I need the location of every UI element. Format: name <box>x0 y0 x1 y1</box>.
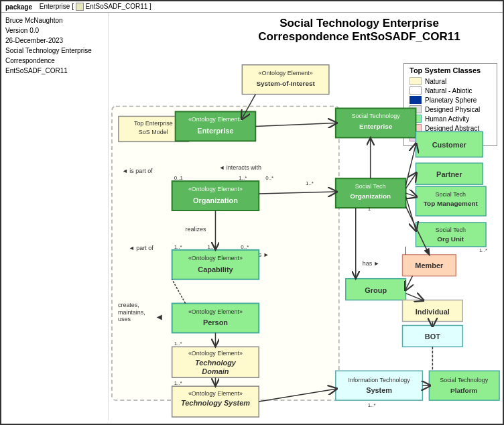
svg-text:1..*: 1..* <box>306 181 314 187</box>
author: Bruce McNaughton <box>5 15 104 25</box>
svg-text:BOT: BOT <box>425 333 440 341</box>
svg-text:1..*: 1..* <box>174 381 182 387</box>
svg-text:creates,: creates, <box>118 302 139 308</box>
svg-text:Social Tech: Social Tech <box>435 227 466 233</box>
svg-text:◄ part of: ◄ part of <box>129 245 153 251</box>
left-panel: Bruce McNaughton Version 0.0 26-December… <box>1 13 109 420</box>
svg-text:realizes: realizes <box>186 226 206 233</box>
svg-text:Organization: Organization <box>350 192 391 200</box>
svg-text:System-of-Interest: System-of-Interest <box>256 80 315 87</box>
svg-line-43 <box>405 193 416 196</box>
svg-text:Top Enterprise: Top Enterprise <box>134 121 173 127</box>
svg-text:0..*: 0..* <box>265 176 273 182</box>
svg-text:Social Tech: Social Tech <box>355 183 386 190</box>
svg-text:Organization: Organization <box>193 196 238 204</box>
svg-text:has ►: has ► <box>363 260 380 267</box>
main-container: package Enterprise [ EntSoSADF_COR11 ] B… <box>0 0 504 425</box>
svg-rect-93 <box>429 371 499 401</box>
svg-text:Group: Group <box>365 286 387 294</box>
pkg-id: Enterprise [ EntSoSADF_COR11 ] <box>40 3 151 11</box>
svg-line-41 <box>405 145 416 186</box>
svg-text:Technology: Technology <box>195 359 237 367</box>
package-header: package Enterprise [ EntSoSADF_COR11 ] <box>1 1 503 13</box>
meta-corr: Correspondence <box>5 56 104 66</box>
svg-text:Social Tech: Social Tech <box>435 191 466 198</box>
svg-text:Capability: Capability <box>198 265 233 274</box>
svg-line-72 <box>405 294 422 300</box>
svg-text:0..1: 0..1 <box>174 176 184 182</box>
svg-text:Enterprise: Enterprise <box>197 127 233 135</box>
svg-text:Enterprise: Enterprise <box>359 123 393 131</box>
svg-text:Social Technology: Social Technology <box>440 377 489 384</box>
svg-text:«Ontology Element»: «Ontology Element» <box>188 186 243 192</box>
svg-text:1..*: 1..* <box>239 176 247 182</box>
svg-text:SoS Model: SoS Model <box>139 129 168 136</box>
svg-text:1: 1 <box>368 206 371 212</box>
svg-text:Social Technology: Social Technology <box>352 113 401 120</box>
meta-id: EntSoSADF_COR11 <box>5 66 104 76</box>
diagram-area: Social Technology Enterprise Corresponde… <box>109 13 503 420</box>
svg-text:Org Unit: Org Unit <box>437 235 464 243</box>
date: 26-December-2023 <box>5 36 104 46</box>
diagram-svg: «Ontology Element» System-of-Interest To… <box>109 13 503 420</box>
svg-text:1..*: 1..* <box>479 247 487 253</box>
svg-text:Top Management: Top Management <box>424 200 479 207</box>
version: Version 0.0 <box>5 25 104 36</box>
package-label: package <box>5 3 32 11</box>
svg-text:1..*: 1..* <box>174 341 182 347</box>
svg-text:Technology System: Technology System <box>181 399 250 407</box>
svg-text:Partner: Partner <box>436 171 462 179</box>
svg-text:System: System <box>366 386 392 394</box>
svg-text:Customer: Customer <box>432 141 467 149</box>
svg-text:Person: Person <box>203 319 228 327</box>
svg-text:Member: Member <box>415 261 444 269</box>
svg-text:Individual: Individual <box>416 308 450 316</box>
svg-text:uses: uses <box>118 316 131 323</box>
content-area: Bruce McNaughton Version 0.0 26-December… <box>1 13 503 420</box>
svg-text:Domain: Domain <box>202 368 229 376</box>
svg-text:1..*: 1..* <box>207 244 215 250</box>
meta-name: Social Technology Enterprise <box>5 46 104 56</box>
svg-text:◄ is part of: ◄ is part of <box>122 168 153 175</box>
svg-line-42 <box>405 174 416 189</box>
svg-text:1..*: 1..* <box>368 402 376 408</box>
svg-text:Platform: Platform <box>450 387 478 394</box>
svg-text:«Ontology Element»: «Ontology Element» <box>188 308 243 315</box>
svg-text:«Ontology Element»: «Ontology Element» <box>188 117 243 123</box>
svg-text:«Ontology Element»: «Ontology Element» <box>188 351 243 357</box>
svg-text:«Ontology Element»: «Ontology Element» <box>188 255 243 261</box>
svg-text:◄ interacts with: ◄ interacts with <box>218 165 261 172</box>
svg-text:«Ontology Element»: «Ontology Element» <box>188 390 243 397</box>
svg-text:1..*: 1..* <box>174 244 182 250</box>
svg-text:maintains,: maintains, <box>118 309 145 316</box>
svg-text:0..*: 0..* <box>241 244 249 250</box>
svg-line-71 <box>405 276 412 290</box>
svg-text:Information Technology: Information Technology <box>348 377 410 384</box>
svg-text:«Ontology Element»: «Ontology Element» <box>259 70 313 76</box>
